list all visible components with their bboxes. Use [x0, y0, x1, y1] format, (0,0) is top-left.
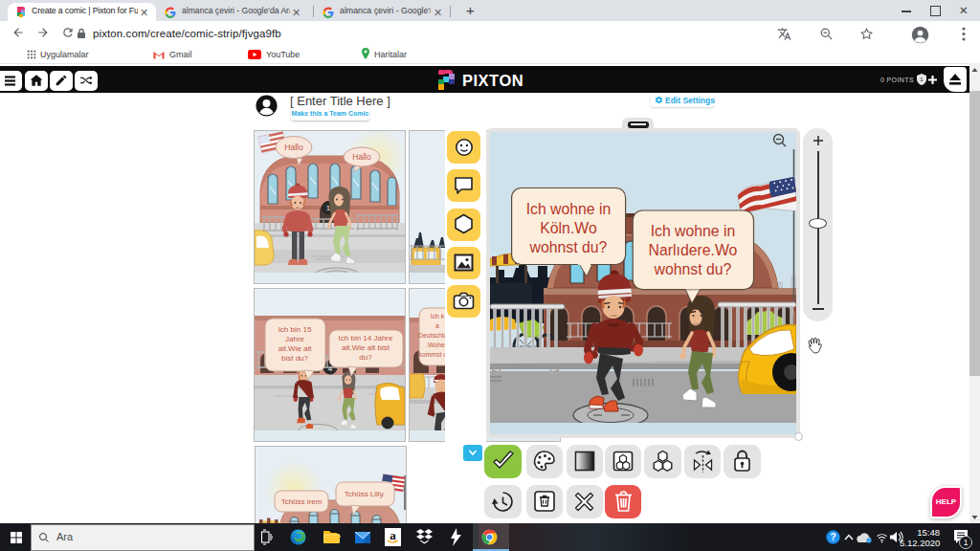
svg-text:alt.Wie alt bist: alt.Wie alt bist — [342, 343, 390, 352]
svg-text:?: ? — [830, 532, 835, 542]
svg-text:bist du?: bist du? — [281, 354, 309, 363]
svg-text:Tchüss Lilly.: Tchüss Lilly. — [345, 490, 386, 498]
svg-text:alt.Wie alt: alt.Wie alt — [278, 344, 312, 353]
svg-text:Hallo: Hallo — [352, 152, 371, 162]
svg-text:a: a — [435, 322, 439, 329]
svg-text:Ich wohne in: Ich wohne in — [525, 201, 611, 217]
svg-text:Ich wohne in: Ich wohne in — [650, 223, 735, 239]
svg-text:wohnst du?: wohnst du? — [528, 239, 607, 255]
svg-text:Narlıdere.Wo: Narlıdere.Wo — [648, 242, 737, 258]
svg-text:Ich k: Ich k — [431, 313, 445, 320]
svg-text:wohnst du?: wohnst du? — [653, 261, 731, 277]
svg-text:Ich bin 15: Ich bin 15 — [278, 325, 312, 334]
svg-text:Köln.Wo: Köln.Wo — [540, 220, 597, 236]
svg-text:du?: du? — [359, 353, 372, 362]
svg-text:Ich bin 14 Jahre: Ich bin 14 Jahre — [339, 334, 393, 342]
svg-text:Jahre: Jahre — [285, 335, 305, 343]
svg-text:Hallo: Hallo — [284, 143, 303, 152]
svg-text:Tchüss irem: Tchüss irem — [281, 497, 323, 506]
